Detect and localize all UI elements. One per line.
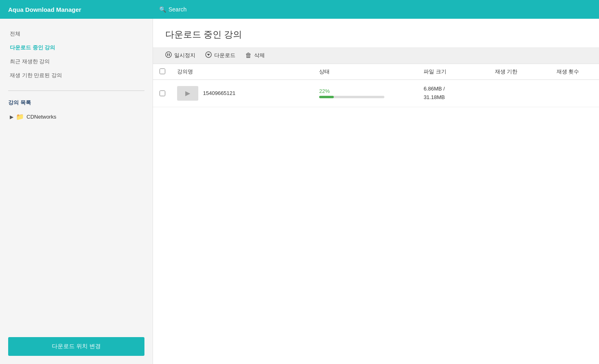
trash-icon: 🗑 <box>245 52 252 59</box>
filesize-total: 31.18MB <box>424 93 485 102</box>
row-filesize-cell: 6.86MB / 31.18MB <box>419 80 490 107</box>
col-header-name: 강의명 <box>172 64 315 80</box>
table-row: ▶ 15409665121 22% 6.86MB / 31.18MB <box>153 80 599 107</box>
downloads-table: 강의명 상태 파일 크기 재생 기한 재생 횟수 <box>153 64 599 107</box>
table-body: ▶ 15409665121 22% 6.86MB / 31.18MB <box>153 80 599 107</box>
row-checkbox-cell[interactable] <box>153 80 172 107</box>
col-header-status: 상태 <box>314 64 419 80</box>
pause-label: 일시정지 <box>174 52 195 59</box>
folder-icon: 📁 <box>16 113 24 121</box>
row-checkbox[interactable] <box>160 90 165 96</box>
svg-rect-1 <box>167 53 168 56</box>
sidebar-item-expired[interactable]: 재생 기한 만료된 강의 <box>8 68 144 82</box>
tree-item-cdnetworks[interactable]: ▶ 📁 CDNetworks <box>8 110 144 123</box>
row-name-cell: ▶ 15409665121 <box>172 80 315 107</box>
section-divider <box>8 90 144 91</box>
filesize-current: 6.86MB / <box>424 85 485 93</box>
download-icon <box>205 51 212 60</box>
progress-percent: 22% <box>319 88 414 94</box>
svg-rect-2 <box>169 53 170 56</box>
lecture-name: 15409665121 <box>203 90 236 96</box>
search-icon: 🔍 <box>159 6 166 13</box>
pause-button[interactable]: 일시정지 <box>165 51 195 60</box>
svg-marker-4 <box>207 54 210 56</box>
row-expiry-cell <box>490 80 552 107</box>
svg-point-0 <box>166 52 171 57</box>
search-label: Search <box>169 6 186 13</box>
download-button[interactable]: 다운로드 <box>205 51 235 60</box>
tree-section: ▶ 📁 CDNetworks <box>0 109 153 125</box>
sidebar-item-all[interactable]: 전체 <box>8 27 144 41</box>
app-header: Aqua Download Manager 🔍 Search <box>0 0 599 19</box>
nav-section: 전체다운로드 중인 강의최근 재생한 강의재생 기한 만료된 강의 <box>0 19 153 86</box>
sidebar-item-recent[interactable]: 최근 재생한 강의 <box>8 55 144 68</box>
section-label: 강의 목록 <box>0 95 153 109</box>
lecture-thumbnail: ▶ <box>177 86 198 101</box>
app-title: Aqua Download Manager <box>8 6 159 13</box>
tree-label: CDNetworks <box>27 114 56 120</box>
sidebar-item-downloading[interactable]: 다운로드 중인 강의 <box>8 41 144 55</box>
search-area[interactable]: 🔍 Search <box>159 6 186 13</box>
col-header-expiry: 재생 기한 <box>490 64 552 80</box>
main-content: 다운로드 중인 강의 일시정지 다운로드 🗑 삭제 <box>153 19 599 364</box>
table-area: 강의명 상태 파일 크기 재생 기한 재생 횟수 <box>153 64 599 364</box>
toolbar: 일시정지 다운로드 🗑 삭제 <box>153 47 599 64</box>
delete-button[interactable]: 🗑 삭제 <box>245 52 265 59</box>
download-label: 다운로드 <box>214 52 235 59</box>
play-icon: ▶ <box>185 89 190 97</box>
page-title: 다운로드 중인 강의 <box>153 19 599 47</box>
col-header-plays: 재생 횟수 <box>552 64 599 80</box>
main-layout: 전체다운로드 중인 강의최근 재생한 강의재생 기한 만료된 강의 강의 목록 … <box>0 19 599 364</box>
select-all-checkbox[interactable] <box>160 68 165 74</box>
col-header-checkbox <box>153 64 172 80</box>
bottom-btn-area: 다운로드 위치 변경 <box>0 329 153 364</box>
table-header-row: 강의명 상태 파일 크기 재생 기한 재생 횟수 <box>153 64 599 80</box>
row-status-cell: 22% <box>314 80 419 107</box>
progress-bar-fill <box>319 96 333 98</box>
change-location-button[interactable]: 다운로드 위치 변경 <box>8 337 144 356</box>
progress-bar <box>319 96 384 98</box>
chevron-right-icon: ▶ <box>10 114 13 120</box>
row-plays-cell <box>552 80 599 107</box>
pause-icon <box>165 51 172 60</box>
col-header-filesize: 파일 크기 <box>419 64 490 80</box>
delete-label: 삭제 <box>254 52 265 59</box>
sidebar: 전체다운로드 중인 강의최근 재생한 강의재생 기한 만료된 강의 강의 목록 … <box>0 19 153 364</box>
